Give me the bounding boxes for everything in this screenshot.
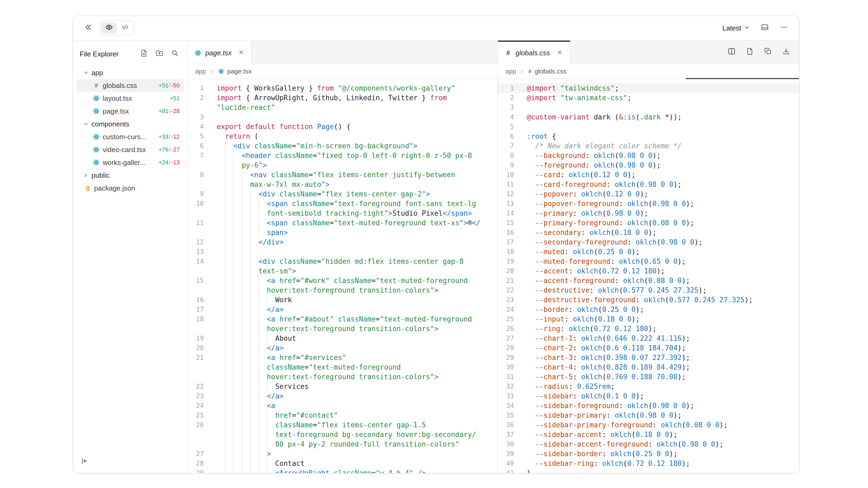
breadcrumb-root[interactable]: app xyxy=(505,68,516,75)
code-line-37[interactable]: 37--sidebar-accent: oklch(0.18 0 0); xyxy=(498,430,799,440)
code-line-1[interactable]: 1@import "tailwindcss"; xyxy=(498,84,799,93)
version-dropdown[interactable]: Latest xyxy=(719,22,753,34)
code-line-21[interactable]: 21--accent-foreground: oklch(0.08 0 0); xyxy=(498,276,799,285)
tree-file-package.json[interactable]: {}package.json xyxy=(76,182,184,195)
new-folder-button[interactable] xyxy=(154,48,165,60)
code-line-41[interactable]: 41} xyxy=(498,468,799,473)
tree-file-custom-curs...[interactable]: custom-curs...+33/-12 xyxy=(76,130,184,143)
code-line-40[interactable]: 40--sidebar-ring: oklch(0.72 0.12 180); xyxy=(498,459,799,468)
code-line-3[interactable]: 3 xyxy=(498,103,799,112)
download-button[interactable] xyxy=(781,47,792,58)
code-line-6[interactable]: 6:root { xyxy=(498,131,799,141)
code-line-34[interactable]: 34--sidebar-foreground: oklch(0.98 0 0); xyxy=(498,401,799,411)
code-line-5[interactable]: 5 xyxy=(498,122,799,131)
code-line-11[interactable]: 11--card-foreground: oklch(0.98 0 0); xyxy=(498,180,799,189)
code-line-24[interactable]: 24--border: oklch(0.25 0 0); xyxy=(498,305,799,314)
code-line-20[interactable]: 20</a> xyxy=(188,343,497,353)
code-line-7[interactable]: 7<header className="fixed top-0 left-0 r… xyxy=(188,151,497,170)
close-tab-button[interactable] xyxy=(555,48,564,58)
code-line-13[interactable]: 13--popover-foreground: oklch(0.98 0 0); xyxy=(498,199,799,208)
code-line-28[interactable]: 28--chart-2: oklch(0.6 0.118 184.704); xyxy=(498,343,799,353)
code-line-23[interactable]: 23</a> xyxy=(188,391,497,401)
tree-file-page.tsx[interactable]: page.tsx+81/-28 xyxy=(76,105,184,118)
code-line-13[interactable]: 13 xyxy=(188,247,497,257)
tree-folder-app[interactable]: app xyxy=(76,66,184,79)
code-line-21[interactable]: 21<a href="#services" className="text-mu… xyxy=(188,353,497,382)
code-line-10[interactable]: 10<span className="text-foreground font-… xyxy=(188,199,497,218)
breadcrumb-file[interactable]: page.tsx xyxy=(227,68,252,75)
code-line-23[interactable]: 23--destructive-foreground: oklch(0.577 … xyxy=(498,295,799,305)
code-line-15[interactable]: 15--primary-foreground: oklch(0.08 0 0); xyxy=(498,218,799,228)
code-editor-page-tsx[interactable]: 1import { WorksGallery } from "@/compone… xyxy=(188,79,497,473)
code-line-4[interactable]: 4@custom-variant dark (&:is(.dark *)); xyxy=(498,112,799,122)
code-line-5[interactable]: 5return ( xyxy=(188,131,497,141)
new-file-button[interactable] xyxy=(138,48,150,60)
copy-button[interactable] xyxy=(763,47,773,58)
code-line-30[interactable]: 30--chart-4: oklch(0.828 0.189 84.429); xyxy=(498,362,799,372)
code-line-12[interactable]: 12</div> xyxy=(188,237,497,247)
more-options-button[interactable] xyxy=(777,21,792,36)
code-line-19[interactable]: 19About xyxy=(188,333,497,343)
code-view-button[interactable] xyxy=(118,22,133,34)
tab-globals-css[interactable]: # globals.css xyxy=(498,41,570,64)
tree-file-globals.css[interactable]: #globals.css+51/-50 xyxy=(76,79,184,92)
breadcrumb-file[interactable]: globals.css xyxy=(535,68,567,75)
code-line-24[interactable]: 24<a xyxy=(188,401,497,411)
split-view-button[interactable] xyxy=(726,47,737,58)
code-line-36[interactable]: 36--sidebar-primary-foreground: oklch(0.… xyxy=(498,420,799,430)
code-line-14[interactable]: 14<div className="hidden md:flex items-c… xyxy=(188,257,497,276)
tree-folder-public[interactable]: public xyxy=(76,169,184,182)
tree-file-works-galler...[interactable]: works-galler...+24/-13 xyxy=(76,156,184,169)
code-line-26[interactable]: 26className="flex items-center gap-1.5 t… xyxy=(188,420,497,449)
code-line-39[interactable]: 39--sidebar-border: oklch(0.25 0 0); xyxy=(498,449,799,459)
code-line-27[interactable]: 27> xyxy=(188,449,497,459)
code-line-16[interactable]: 16Work xyxy=(188,295,497,305)
code-line-25[interactable]: 25--input: oklch(0.18 0 0); xyxy=(498,314,799,324)
code-line-12[interactable]: 12--popover: oklch(0.12 0 0); xyxy=(498,189,799,199)
tab-page-tsx[interactable]: page.tsx xyxy=(188,41,252,64)
code-line-4[interactable]: 4export default function Page() { xyxy=(188,122,497,131)
code-line-28[interactable]: 28Contact xyxy=(188,459,497,468)
code-line-29[interactable]: 29--chart-3: oklch(0.398 0.07 227.392); xyxy=(498,353,799,362)
code-line-8[interactable]: 8--background: oklch(0.08 0 0); xyxy=(498,151,799,160)
code-line-18[interactable]: 18<a href="#about" className="text-muted… xyxy=(188,314,497,333)
code-line-20[interactable]: 20--accent: oklch(0.72 0.12 180); xyxy=(498,266,799,276)
collapse-panel-button[interactable] xyxy=(81,21,96,36)
code-line-19[interactable]: 19--muted-foreground: oklch(0.65 0 0); xyxy=(498,257,799,266)
code-line-22[interactable]: 22--destructive: oklch(0.577 0.245 27.32… xyxy=(498,285,799,295)
code-line-15[interactable]: 15<a href="#work" className="text-muted-… xyxy=(188,276,497,295)
code-line-38[interactable]: 38--sidebar-accent-foreground: oklch(0.9… xyxy=(498,440,799,449)
code-line-16[interactable]: 16--secondary: oklch(0.18 0 0); xyxy=(498,228,799,237)
collapse-sidebar-button[interactable] xyxy=(78,455,91,469)
code-line-26[interactable]: 26--ring: oklch(0.72 0.12 180); xyxy=(498,324,799,333)
code-line-25[interactable]: 25href="#contact" xyxy=(188,411,497,420)
code-line-3[interactable]: 3 xyxy=(188,112,497,122)
code-line-6[interactable]: 6<div className="min-h-screen bg-backgro… xyxy=(188,141,497,151)
code-editor-globals-css[interactable]: 1@import "tailwindcss";2@import "tw-anim… xyxy=(498,79,799,473)
code-line-27[interactable]: 27--chart-1: oklch(0.646 0.222 41.116); xyxy=(498,333,799,343)
code-line-17[interactable]: 17--secondary-foreground: oklch(0.98 0 0… xyxy=(498,237,799,247)
code-line-7[interactable]: 7/* New dark elegant color scheme */ xyxy=(498,141,799,151)
code-line-14[interactable]: 14--primary: oklch(0.98 0 0); xyxy=(498,208,799,218)
code-line-17[interactable]: 17</a> xyxy=(188,305,497,314)
file-view-button[interactable] xyxy=(744,47,755,58)
tree-folder-components[interactable]: components xyxy=(76,118,184,130)
tree-file-video-card.tsx[interactable]: video-card.tsx+76/-27 xyxy=(76,143,184,156)
code-line-22[interactable]: 22Services xyxy=(188,382,497,391)
preview-eye-button[interactable] xyxy=(102,22,117,34)
code-line-11[interactable]: 11<span className="text-muted-foreground… xyxy=(188,218,497,237)
code-line-29[interactable]: 29<ArrowUpRight className="w-4 h-4" /> xyxy=(188,468,497,473)
panel-layout-button[interactable] xyxy=(757,21,772,36)
close-tab-button[interactable] xyxy=(237,48,246,58)
code-line-32[interactable]: 32--radius: 0.625rem; xyxy=(498,382,799,391)
code-line-18[interactable]: 18--muted: oklch(0.25 0 0); xyxy=(498,247,799,257)
code-line-35[interactable]: 35--sidebar-primary: oklch(0.98 0 0); xyxy=(498,411,799,420)
code-line-31[interactable]: 31--chart-5: oklch(0.769 0.188 70.08); xyxy=(498,372,799,382)
tree-file-layout.tsx[interactable]: layout.tsx+51 xyxy=(76,92,184,105)
code-line-2[interactable]: 2import { ArrowUpRight, Github, Linkedin… xyxy=(188,93,497,112)
code-line-9[interactable]: 9<div className="flex items-center gap-2… xyxy=(188,189,497,199)
code-line-9[interactable]: 9--foreground: oklch(0.98 0 0); xyxy=(498,160,799,170)
code-line-1[interactable]: 1import { WorksGallery } from "@/compone… xyxy=(188,84,497,93)
breadcrumb-root[interactable]: app xyxy=(195,68,206,75)
search-files-button[interactable] xyxy=(169,48,181,60)
